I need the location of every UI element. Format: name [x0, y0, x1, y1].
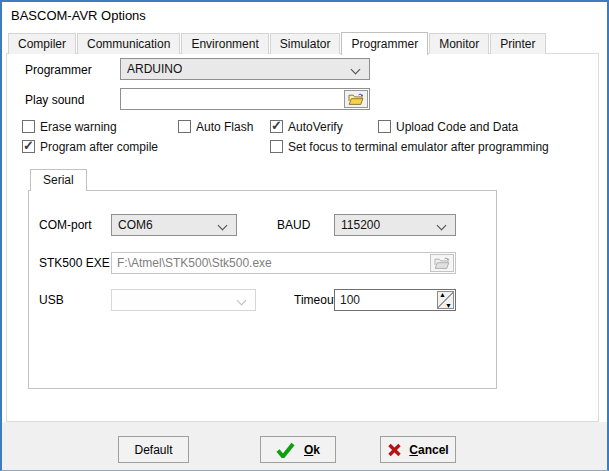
timeout-label: Timeout	[294, 292, 337, 308]
timeout-field: ▲ ▼	[334, 289, 456, 311]
checkbox-auto-flash[interactable]: Auto Flash	[178, 119, 253, 134]
baud-label: BAUD	[277, 217, 310, 233]
stk500-exe-label: STK500 EXE	[39, 255, 110, 271]
play-sound-label: Play sound	[25, 92, 84, 108]
checkbox-label: AutoVerify	[288, 120, 343, 134]
ok-button-label: Ok	[304, 443, 320, 457]
com-port-select[interactable]: COM6	[111, 214, 237, 236]
tab-compiler[interactable]: Compiler	[8, 33, 76, 54]
checkbox-box	[270, 140, 283, 153]
serial-group: COM-port COM6 BAUD 115200 STK500 EXE USB	[28, 190, 497, 389]
stk500-exe-input	[112, 253, 455, 273]
default-button-label: Default	[134, 443, 172, 457]
dialog-footer: Default Ok Cancel	[2, 422, 607, 470]
chevron-down-icon	[237, 296, 247, 306]
checkbox-label: Erase warning	[40, 120, 117, 134]
chevron-down-icon	[437, 221, 447, 231]
tab-bar: Compiler Communication Environment Simul…	[8, 31, 599, 54]
checkbox-erase-warning[interactable]: Erase warning	[22, 119, 117, 134]
green-check-icon	[276, 442, 295, 458]
checkbox-label: Set focus to terminal emulator after pro…	[288, 140, 549, 154]
programmer-select-value: ARDUINO	[127, 62, 182, 76]
options-dialog: BASCOM-AVR Options Compiler Communicatio…	[0, 0, 609, 471]
checkbox-label: Auto Flash	[196, 120, 253, 134]
spin-down-arrow[interactable]: ▼	[445, 301, 452, 310]
checkbox-set-focus-terminal[interactable]: Set focus to terminal emulator after pro…	[270, 139, 549, 154]
checkbox-box	[270, 120, 283, 133]
com-port-value: COM6	[118, 218, 153, 232]
play-sound-field	[120, 88, 370, 110]
cancel-button[interactable]: Cancel	[380, 436, 456, 463]
checkbox-box	[22, 140, 35, 153]
usb-select	[111, 289, 256, 311]
window-title: BASCOM-AVR Options	[11, 8, 146, 23]
checkbox-box	[178, 120, 191, 133]
folder-open-icon	[348, 93, 364, 106]
tab-communication[interactable]: Communication	[77, 33, 180, 54]
checkbox-upload-code-and-data[interactable]: Upload Code and Data	[378, 119, 518, 134]
checkbox-box	[378, 120, 391, 133]
play-sound-input[interactable]	[121, 89, 369, 109]
baud-value: 115200	[341, 218, 380, 232]
tab-programmer[interactable]: Programmer	[341, 32, 428, 55]
baud-select[interactable]: 115200	[334, 214, 456, 236]
browse-sound-button[interactable]	[344, 90, 368, 108]
usb-label: USB	[39, 292, 64, 308]
cancel-button-label: Cancel	[409, 443, 448, 457]
chevron-down-icon	[218, 221, 228, 231]
tab-monitor[interactable]: Monitor	[429, 33, 489, 54]
browse-stk500-button	[430, 254, 454, 272]
checkbox-program-after-compile[interactable]: Program after compile	[22, 139, 158, 154]
checkbox-box	[22, 120, 35, 133]
red-x-icon	[387, 443, 402, 457]
checkbox-auto-verify[interactable]: AutoVerify	[270, 119, 343, 134]
tab-simulator[interactable]: Simulator	[270, 33, 341, 54]
programmer-label: Programmer	[25, 62, 92, 78]
ok-button[interactable]: Ok	[260, 436, 336, 463]
checkbox-label: Program after compile	[40, 140, 158, 154]
checkbox-label: Upload Code and Data	[396, 120, 518, 134]
spin-up-down-icon[interactable]: ▲ ▼	[437, 291, 454, 309]
com-port-label: COM-port	[39, 217, 92, 233]
default-button[interactable]: Default	[118, 436, 189, 463]
folder-open-icon	[434, 257, 450, 270]
chevron-down-icon	[351, 65, 361, 75]
titlebar[interactable]: BASCOM-AVR Options	[2, 2, 607, 29]
tab-printer[interactable]: Printer	[490, 33, 545, 54]
tab-environment[interactable]: Environment	[181, 33, 268, 54]
serial-tab[interactable]: Serial	[30, 169, 87, 191]
stk500-exe-field	[111, 252, 456, 274]
programmer-select[interactable]: ARDUINO	[120, 58, 370, 80]
spin-up-arrow[interactable]: ▲	[439, 290, 446, 299]
